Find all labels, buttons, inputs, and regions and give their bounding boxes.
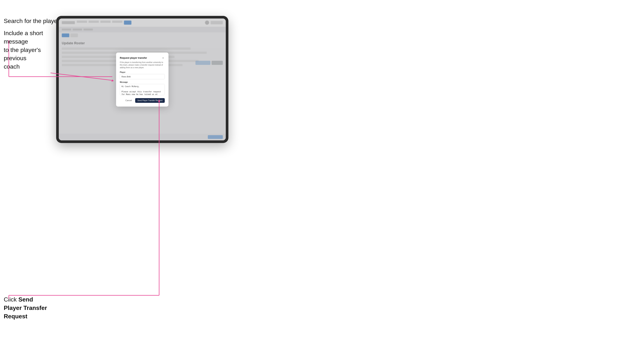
message-textarea[interactable]: Hi Coach McHarg, Please accept this tran… <box>120 84 165 95</box>
modal-footer: Cancel Send Player Transfer Request <box>120 98 165 103</box>
player-label: Player <box>120 71 165 73</box>
annotation-message: Include a short message to the player's … <box>4 29 52 71</box>
modal-description: If the player is transferring from anoth… <box>120 61 165 69</box>
modal-title: Request player transfer <box>120 56 147 59</box>
cancel-button[interactable]: Cancel <box>124 98 134 102</box>
modal-close-button[interactable]: × <box>161 56 165 60</box>
message-label: Message <box>120 81 165 83</box>
modal-dialog: Request player transfer × If the player … <box>116 52 168 107</box>
modal-overlay: Request player transfer × If the player … <box>59 18 226 140</box>
tablet-screen: Update Roster Request player transfer × <box>59 18 226 140</box>
modal-header: Request player transfer × <box>120 56 165 60</box>
tablet-device: Update Roster Request player transfer × <box>56 16 228 143</box>
player-input[interactable] <box>120 74 165 79</box>
send-transfer-request-button[interactable]: Send Player Transfer Request <box>135 98 165 103</box>
annotation-click: Click Send Player Transfer Request <box>4 295 52 320</box>
annotation-search: Search for the player. <box>4 17 61 25</box>
